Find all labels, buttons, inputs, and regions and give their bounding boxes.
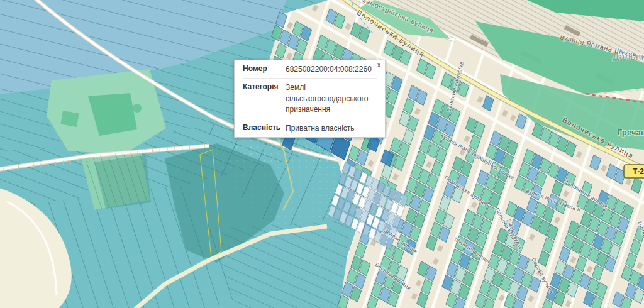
popup-label: Номер: [243, 64, 286, 75]
cadastral-map-app: Т-2Волочиська вулицяВолочиська вулицяЗам…: [0, 0, 644, 308]
road-shield: Т-2: [624, 165, 644, 178]
parcel-category: Землі сільськогосподарського призначення: [286, 82, 377, 115]
parcel-number: 6825082200:04:008:2260: [286, 64, 377, 75]
popup-label: Категорія: [243, 82, 286, 115]
close-icon[interactable]: x: [377, 62, 380, 69]
popup-row-number: Номер 6825082200:04:008:2260: [243, 60, 377, 78]
popup-label: Власність: [243, 123, 286, 134]
popup-row-category: Категорія Землі сільськогосподарського п…: [243, 78, 377, 118]
popup-row-ownership: Власність Приватна власність: [243, 119, 377, 137]
road-shield-label: Т-2: [633, 167, 644, 176]
street-label: Дальні Гречани: [613, 51, 644, 62]
parcel-info-popup: x Номер 6825082200:04:008:2260 Категорія…: [234, 60, 386, 138]
parcel-ownership: Приватна власність: [286, 123, 377, 134]
cadastral-map[interactable]: Т-2Волочиська вулицяВолочиська вулицяЗам…: [0, 0, 644, 308]
street-label: Гречани: [618, 128, 644, 137]
